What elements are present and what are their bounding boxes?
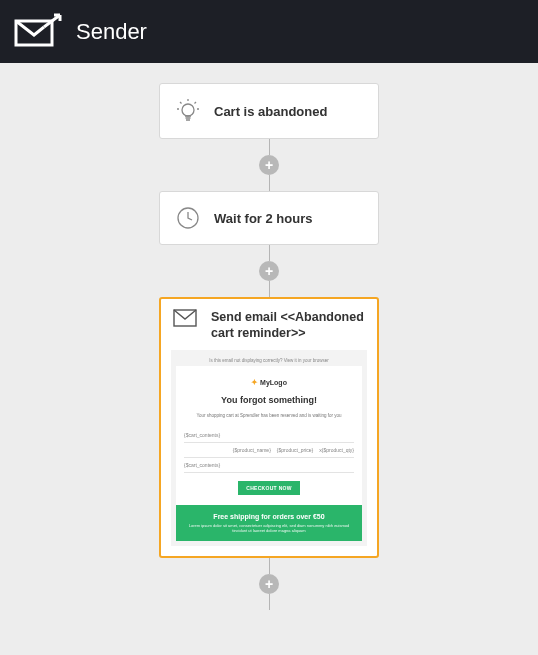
preview-placeholder: {$cart_contents} xyxy=(184,458,354,473)
connector-line xyxy=(269,175,270,191)
preview-banner-text: Lorem ipsum dolor sit amet, consectetuer… xyxy=(182,523,356,533)
svg-line-2 xyxy=(180,102,182,104)
email-node-selected[interactable]: Send email <<Abandoned cart reminder>> I… xyxy=(159,297,379,558)
connector-line xyxy=(269,558,270,574)
wait-label: Wait for 2 hours xyxy=(214,211,312,226)
workflow-canvas: Cart is abandoned + Wait for 2 hours + S… xyxy=(0,63,538,610)
preview-banner-title: Free shipping for orders over €50 xyxy=(182,513,356,520)
wait-node[interactable]: Wait for 2 hours xyxy=(159,191,379,245)
svg-point-6 xyxy=(182,104,194,116)
preview-logo: ✦ MyLogo xyxy=(251,378,287,387)
connector-line xyxy=(269,139,270,155)
preview-banner: Free shipping for orders over €50 Lorem … xyxy=(176,505,362,541)
brand-logo: Sender xyxy=(14,13,147,51)
email-node-header: Send email <<Abandoned cart reminder>> xyxy=(171,309,367,342)
preview-columns: {$product_name} {$product_price} x{$prod… xyxy=(184,443,354,458)
connector-line xyxy=(269,245,270,261)
preview-body: ✦ MyLogo You forgot something! Your shop… xyxy=(176,366,362,541)
lightbulb-icon xyxy=(174,98,202,124)
star-icon: ✦ xyxy=(251,378,258,387)
email-preview: Is this email not displaying correctly? … xyxy=(171,350,367,546)
trigger-node[interactable]: Cart is abandoned xyxy=(159,83,379,139)
add-step-button[interactable]: + xyxy=(259,574,279,594)
preview-cta-button: CHECKOUT NOW xyxy=(238,481,300,495)
svg-line-3 xyxy=(195,102,197,104)
envelope-icon xyxy=(171,309,199,327)
preview-subtext: Your shopping cart at Sprendler has been… xyxy=(184,413,354,418)
email-node-title: Send email <<Abandoned cart reminder>> xyxy=(211,309,367,342)
envelope-arrow-icon xyxy=(14,13,62,51)
connector-line xyxy=(269,281,270,297)
clock-icon xyxy=(174,206,202,230)
add-step-button[interactable]: + xyxy=(259,261,279,281)
col-product-qty: x{$product_qty} xyxy=(319,447,354,453)
brand-name: Sender xyxy=(76,19,147,45)
col-product-price: {$product_price} xyxy=(277,447,313,453)
preview-cta-wrap: CHECKOUT NOW xyxy=(184,473,354,505)
preview-headline: You forgot something! xyxy=(184,395,354,405)
preview-topbar: Is this email not displaying correctly? … xyxy=(176,355,362,366)
preview-placeholder: {$cart_contents} xyxy=(184,428,354,443)
trigger-label: Cart is abandoned xyxy=(214,104,327,119)
add-step-button[interactable]: + xyxy=(259,155,279,175)
app-header: Sender xyxy=(0,0,538,63)
col-product-name: {$product_name} xyxy=(233,447,271,453)
preview-logo-text: MyLogo xyxy=(260,379,287,386)
connector-line xyxy=(269,594,270,610)
